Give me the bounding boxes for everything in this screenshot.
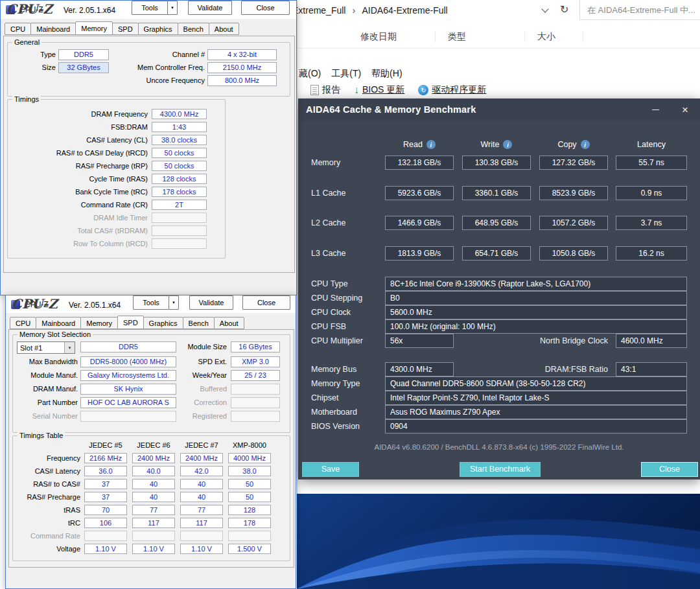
timing-label: RAS# Precharge (tRP) [9, 161, 148, 172]
bench-cell: 3360.1 GB/s [462, 186, 531, 200]
module-size-value: 16 GBytes [231, 341, 280, 352]
dropdown-button[interactable]: ▼ [64, 342, 75, 353]
table-cell: 128 [228, 505, 271, 515]
table-row-label: CAS# Latency [14, 466, 80, 477]
tab-spd[interactable]: SPD [117, 316, 144, 329]
tab-cpu[interactable]: CPU [5, 23, 31, 35]
menu-help[interactable]: 帮助(H) [371, 68, 402, 80]
correction-value [231, 397, 280, 408]
info-icon[interactable]: i [426, 140, 436, 149]
tab-bench[interactable]: Bench [183, 317, 215, 329]
breadcrumb[interactable]: Extreme_Full › AIDA64-Extreme-Full [292, 0, 448, 20]
tab-memory[interactable]: Memory [75, 21, 113, 35]
breadcrumb-separator-icon: › [352, 5, 355, 16]
tab-mainboard[interactable]: Mainboard [30, 23, 76, 35]
menu-tools[interactable]: 工具(T) [331, 68, 361, 80]
header-latency: Latency [616, 137, 687, 152]
timing-label: Total CAS# (tRDRAM) [9, 225, 148, 237]
tools-button[interactable]: Tools [133, 295, 169, 310]
field-label: Serial Number [14, 411, 78, 422]
table-cell: 37 [84, 479, 127, 489]
tab-graphics[interactable]: Graphics [138, 23, 178, 35]
validate-button[interactable]: Validate [189, 295, 233, 310]
info-label: DRAM:FSB Ratio [493, 365, 608, 374]
tools-dropdown-button[interactable]: ▼ [169, 295, 179, 310]
table-row-label: RAS# to CAS# [14, 479, 80, 490]
tab-memory[interactable]: Memory [80, 317, 118, 329]
info-row-memory-type: Memory Type Quad Channel DDR5-8600 SDRAM… [298, 376, 700, 391]
info-label: Memory Type [311, 379, 360, 388]
chevron-down-icon[interactable] [541, 5, 548, 12]
driver-refresh-glyph: ↻ [421, 87, 426, 94]
slot-select[interactable]: Slot #1 ▼ [17, 341, 75, 354]
timing-label: Cycle Time (tRAS) [9, 174, 148, 185]
tab-graphics[interactable]: Graphics [143, 317, 183, 329]
close-button[interactable]: Close [641, 462, 698, 477]
cpuz-logo: CPU-Z [12, 296, 58, 312]
start-benchmark-button[interactable]: Start Benchmark [460, 462, 541, 477]
info-icon[interactable]: i [581, 140, 590, 149]
info-label: CPU FSB [311, 322, 346, 331]
table-cell: 1.10 V [180, 544, 223, 554]
field-label: DRAM Manuf. [14, 384, 78, 395]
search-placeholder: 在 AIDA64-Extreme-Full 中... [587, 5, 695, 15]
tab-spd[interactable]: SPD [112, 23, 139, 35]
search-input[interactable]: 在 AIDA64-Extreme-Full 中... [579, 0, 700, 20]
tab-cpu[interactable]: CPU [10, 317, 36, 329]
info-row-cpu-type: CPU Type 8C+16c Intel Core i9-13900KS (R… [298, 277, 700, 291]
breadcrumb-current[interactable]: AIDA64-Extreme-Full [362, 5, 447, 16]
dropdown-arrow-icon: ▼ [68, 346, 72, 350]
bench-cell: 1813.9 GB/s [385, 246, 454, 260]
cpuz-spd-window: CPU-Z × CPU Mainboard Memory SPD Graphic… [5, 295, 296, 589]
report-button[interactable]: 报告 [310, 84, 340, 96]
group-title: Memory Slot Selection [18, 330, 93, 339]
save-button[interactable]: Save [302, 462, 359, 477]
bench-row-l3: L3 Cache 1813.9 GB/s 654.71 GB/s 1050.8 … [298, 246, 700, 260]
info-label: North Bridge Clock [493, 336, 608, 345]
info-label: CPU Stepping [311, 294, 362, 303]
minimize-icon [652, 110, 659, 110]
timing-value: 2T [152, 200, 207, 210]
tab-mainboard[interactable]: Mainboard [36, 317, 81, 329]
bench-cell: 1466.9 GB/s [385, 216, 454, 230]
table-cell: 1.10 V [84, 544, 127, 554]
tab-about[interactable]: About [214, 317, 244, 329]
info-icon[interactable]: i [503, 140, 512, 149]
table-cell: 36.0 [84, 466, 127, 476]
close-button[interactable]: Close [242, 295, 290, 310]
header-copy: Copy i [539, 137, 608, 152]
tab-bar: CPU Mainboard Memory SPD Graphics Bench … [5, 23, 239, 35]
header-read: Read i [385, 137, 454, 152]
validate-button[interactable]: Validate [188, 1, 232, 15]
tab-bench[interactable]: Bench [178, 23, 209, 35]
close-button[interactable]: × [670, 98, 700, 121]
channel-value: 4 x 32-bit [207, 49, 277, 60]
column-modified[interactable]: 修改日期 [360, 25, 397, 49]
field-label: Buffered [175, 384, 227, 395]
info-value: Quad Channel DDR5-8600 SDRAM (38-50-50-1… [385, 376, 687, 391]
column-type[interactable]: 类型 [448, 25, 466, 49]
tab-about[interactable]: About [209, 23, 239, 35]
timing-label: DRAM Idle Timer [9, 213, 148, 224]
breadcrumb-folder[interactable]: Extreme_Full [292, 5, 345, 16]
menu-favorites[interactable]: 藏(O) [299, 68, 321, 80]
timing-label: DRAM Frequency [9, 109, 148, 120]
info-value: B0 [385, 291, 687, 305]
close-button[interactable]: Close [241, 1, 290, 15]
minimize-button[interactable] [640, 98, 670, 121]
table-cell: 2400 MHz [132, 453, 175, 463]
info-value: Asus ROG Maximus Z790 Apex [385, 405, 687, 419]
timing-value [152, 225, 207, 236]
tools-dropdown-button[interactable]: ▼ [167, 1, 178, 15]
dram-manuf-value: SK Hynix [80, 384, 176, 395]
timing-value: 50 clocks [152, 148, 207, 158]
bios-update-button[interactable]: ↓ BIOS 更新 [354, 84, 404, 96]
refresh-icon[interactable]: ↻ [560, 3, 568, 17]
driver-update-button[interactable]: ↻ 驱动程序更新 [418, 84, 486, 96]
field-label: Uncore Frequency [106, 75, 205, 86]
tools-button[interactable]: Tools [132, 1, 168, 15]
timing-value [152, 213, 207, 223]
report-icon [310, 85, 319, 95]
column-size[interactable]: 大小 [537, 25, 555, 49]
general-group: General Type DDR5 Channel # 4 x 32-bit S… [7, 42, 290, 97]
